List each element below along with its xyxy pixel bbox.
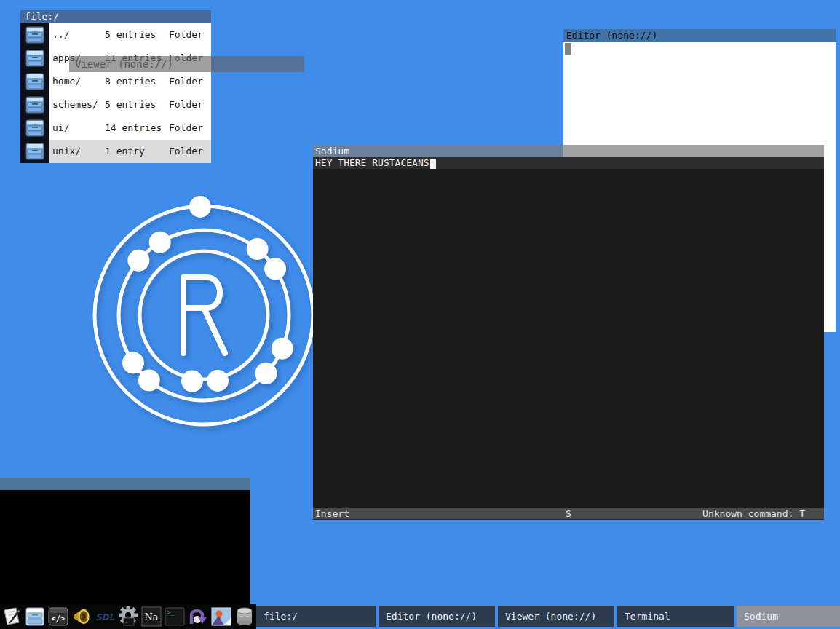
taskbar-launcher-icons: </> SDL [0,604,256,629]
terminal-body[interactable] [0,490,250,604]
file-row[interactable]: schemes/ 5 entries Folder [20,93,211,116]
sodium-titlebar[interactable]: Sodium [313,145,824,157]
sodium-body[interactable] [313,169,824,508]
notepad-icon[interactable] [0,605,23,628]
svg-text:</>: </> [52,614,65,622]
sodium-active-line[interactable]: HEY THERE RUSTACEANS [313,157,824,169]
folder-icon [25,73,44,90]
gear-terminal-icon[interactable]: >_ [116,605,140,628]
sodium-cursor [430,159,436,169]
terminal-window [0,478,250,604]
taskbar: </> SDL [0,604,840,629]
image-viewer-icon[interactable] [210,605,233,628]
taskbar-entry-terminal[interactable]: Terminal [617,606,734,627]
file-manager-body: ../ 5 entries Folder apps/ 11 entries Fo… [20,23,211,163]
sodium-mode-indicator: Insert [315,508,349,520]
desktop: file:/ ../ 5 entries Folder apps/ 11 ent… [0,0,840,629]
folder-icon [25,50,44,67]
taskbar-entry-sodium[interactable]: Sodium [737,606,840,627]
taskbar-entry-editor[interactable]: Editor (none://) [379,606,495,627]
svg-text:>_: >_ [125,620,131,625]
na-label: Na [144,612,158,622]
folder-icon [25,26,44,44]
folder-icon [25,96,44,114]
terminal-icon[interactable]: >_ [163,605,186,628]
taskbar-entry-viewer[interactable]: Viewer (none://) [498,606,614,627]
redox-logo [84,195,324,435]
file-manager-titlebar[interactable]: file:/ [20,10,211,23]
speaker-icon[interactable] [70,605,93,628]
file-manager-icon[interactable] [23,605,47,628]
logo-letter-r [183,277,225,353]
terminal-titlebar[interactable] [0,478,250,490]
file-manager-window: file:/ ../ 5 entries Folder apps/ 11 ent… [20,10,211,163]
editor-cursor [565,43,571,55]
database-icon[interactable] [233,605,256,628]
sodium-na-icon[interactable]: Na [140,605,163,628]
debug-arrow-icon[interactable] [186,605,210,628]
file-row[interactable]: home/ 8 entries Folder [20,70,211,93]
prompt-label: >_ [167,609,175,616]
sodium-status-center: S [566,508,571,520]
sodium-window: Sodium HEY THERE RUSTACEANS Insert S Unk… [313,145,824,521]
file-row[interactable]: ui/ 14 entries Folder [20,116,211,140]
folder-icon [25,119,44,137]
file-row[interactable]: ../ 5 entries Folder [20,23,211,47]
sdl-label: SDL [95,612,115,622]
viewer-titlebar[interactable]: Viewer (none://) [69,56,304,72]
sodium-statusbar: Insert S Unknown command: T [313,508,824,520]
code-editor-icon[interactable]: </> [47,605,70,628]
file-row-selected[interactable]: unix/ 1 entry Folder [20,140,211,163]
folder-icon [25,143,44,160]
taskbar-entry-file[interactable]: file:/ [256,606,376,627]
editor-titlebar[interactable]: Editor (none://) [563,29,836,42]
sodium-status-message: Unknown command: T [702,508,805,520]
sodium-line-text: HEY THERE RUSTACEANS [315,157,429,168]
sdl-icon[interactable]: SDL [93,605,116,628]
